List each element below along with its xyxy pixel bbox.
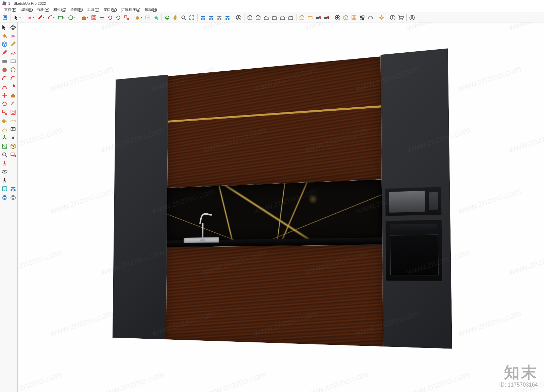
title-bar: 1 - SketchUp Pro 2022 <box>0 0 544 7</box>
tape-tool-icon[interactable] <box>0 117 8 125</box>
viewport-canvas[interactable]: www.znzmo.comwww.znzmo.comwww.znzmo.comw… <box>18 22 544 392</box>
arc-tool-icon[interactable] <box>0 74 8 82</box>
menu-扩展程序[interactable]: 扩展程序(x) <box>119 7 142 12</box>
menu-文件[interactable]: 文件(F) <box>2 7 18 12</box>
layers-alt-icon[interactable] <box>224 14 231 21</box>
info-icon[interactable] <box>389 14 396 21</box>
arc3-tool-icon[interactable] <box>0 83 8 91</box>
grid-orange-icon[interactable] <box>350 14 358 21</box>
layers-stack-icon[interactable] <box>9 184 17 193</box>
menu-帮助[interactable]: 帮助(H) <box>142 7 159 12</box>
arc2-tool-icon[interactable] <box>9 74 17 82</box>
toolbar-separator <box>162 14 162 21</box>
layers-blue-icon[interactable] <box>199 14 207 21</box>
menu-工具[interactable]: 工具(T) <box>85 7 101 12</box>
eraser-icon[interactable] <box>9 32 17 40</box>
protractor-icon[interactable] <box>0 125 8 133</box>
home-outline-icon[interactable] <box>279 14 286 21</box>
briefcase-icon[interactable] <box>271 14 278 21</box>
toolbar-separator <box>387 14 387 21</box>
rect-fill-icon[interactable] <box>0 57 8 65</box>
walk-red-icon[interactable] <box>0 159 8 167</box>
layers-off-icon[interactable] <box>216 14 223 21</box>
menu-相机[interactable]: 相机(C) <box>51 7 68 12</box>
menu-视图[interactable]: 视图(V) <box>35 7 52 12</box>
circle-fill-icon[interactable] <box>0 66 8 74</box>
3dtext-icon[interactable] <box>9 133 17 142</box>
home-icon[interactable] <box>262 14 270 21</box>
edge-tool-icon[interactable] <box>9 40 17 48</box>
dimension-icon[interactable] <box>9 117 17 125</box>
pushpull-tool-icon[interactable] <box>9 91 17 99</box>
section-cube-icon[interactable] <box>9 142 17 150</box>
scale-tool-icon[interactable] <box>0 108 8 116</box>
select-arrow-icon[interactable] <box>0 23 8 31</box>
axes-icon[interactable] <box>0 133 8 142</box>
checker-icon[interactable] <box>358 14 366 21</box>
look-eye-icon[interactable] <box>0 167 8 176</box>
cloud-icon[interactable] <box>367 14 374 21</box>
zoom-extents-icon[interactable] <box>188 14 196 21</box>
menu-窗口[interactable]: 窗口(W) <box>101 7 119 12</box>
toolbar-separator <box>332 14 332 21</box>
paint-icon[interactable] <box>152 14 160 21</box>
rotate-tool-icon[interactable] <box>0 100 8 108</box>
pointer-icon[interactable]: ▼ <box>13 14 22 21</box>
zoom-window-icon[interactable] <box>9 150 17 159</box>
rotate-green-icon[interactable] <box>115 14 122 21</box>
section-orange-icon[interactable] <box>306 14 314 21</box>
pie-tool-icon[interactable] <box>9 83 17 91</box>
pan-icon[interactable] <box>172 14 179 21</box>
box3d-icon[interactable] <box>246 14 254 21</box>
zoom-tool-icon[interactable] <box>0 150 8 159</box>
polygon-icon[interactable] <box>9 66 17 74</box>
menu-绘图[interactable]: 绘图(R) <box>68 7 85 12</box>
rect-outline-icon[interactable] <box>9 57 17 65</box>
eraser-pink-icon[interactable]: ▼ <box>26 14 35 21</box>
iso-cube-icon[interactable] <box>0 40 8 48</box>
outliner-teal-icon[interactable] <box>0 184 8 193</box>
line-red-icon[interactable] <box>0 49 8 57</box>
user-circle-icon[interactable] <box>235 14 242 21</box>
move-tool-icon[interactable] <box>0 91 8 99</box>
new-file-icon[interactable] <box>1 14 9 21</box>
layers-stack-grey-icon[interactable] <box>9 193 17 201</box>
layers-stack2-icon[interactable] <box>0 193 8 201</box>
move-red-icon[interactable] <box>98 14 106 21</box>
layers-toggle-icon[interactable] <box>207 14 215 21</box>
offset-red-icon[interactable] <box>90 14 98 21</box>
circle-icon[interactable]: ▼ <box>67 14 76 21</box>
tape-icon[interactable]: ▼ <box>134 14 143 21</box>
followme-icon[interactable] <box>9 100 17 108</box>
plus-circle-icon[interactable] <box>334 14 341 21</box>
rotate-red-icon[interactable] <box>106 14 114 21</box>
cart-icon[interactable] <box>397 14 405 21</box>
pencil-red-icon[interactable]: ▼ <box>36 14 46 21</box>
arc-red-icon[interactable]: ▼ <box>46 14 56 21</box>
rect-icon[interactable]: ▼ <box>56 14 66 21</box>
gear-icon[interactable] <box>378 14 385 21</box>
orbit-tool-icon[interactable] <box>9 23 17 31</box>
walk-black-icon[interactable] <box>0 176 8 184</box>
zoom-icon[interactable] <box>180 14 187 21</box>
sketchup-logo-icon <box>2 1 7 6</box>
offset-tool-icon[interactable] <box>9 108 17 116</box>
scale-icon[interactable] <box>123 14 130 21</box>
cube-yellow-icon[interactable] <box>342 14 350 21</box>
profile-icon[interactable] <box>408 14 416 21</box>
text-label-icon[interactable] <box>9 125 17 133</box>
main-toolbar: ▼▼▼▼▼▼▼▼ <box>0 13 544 22</box>
record-red-icon[interactable] <box>314 14 322 21</box>
orbit-green-icon[interactable] <box>164 14 171 21</box>
box3d-solid-icon[interactable] <box>254 14 262 21</box>
menu-编辑[interactable]: 编辑(E) <box>18 7 35 12</box>
pushpull-icon[interactable]: ▼ <box>80 14 89 21</box>
record-alt-icon[interactable] <box>323 14 330 21</box>
cube-teal-icon[interactable] <box>298 14 306 21</box>
paint-bucket-icon[interactable] <box>0 32 8 40</box>
section-green-icon[interactable] <box>0 142 8 150</box>
svg-rect-1 <box>3 2 6 5</box>
briefcase-alt-icon[interactable] <box>287 14 294 21</box>
text-ai-icon[interactable] <box>144 14 152 21</box>
freehand-icon[interactable] <box>9 49 17 57</box>
